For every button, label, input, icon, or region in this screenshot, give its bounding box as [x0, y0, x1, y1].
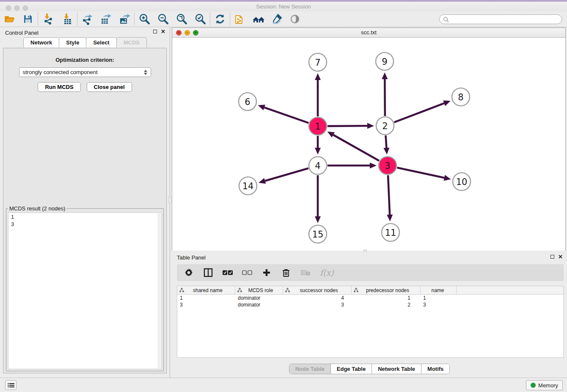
tab-motifs[interactable]: Motifs: [421, 364, 449, 374]
graph-edge-1-2[interactable]: [328, 126, 367, 126]
toolbar-separator: [210, 13, 210, 25]
memory-button[interactable]: Memory: [526, 380, 563, 390]
panel-splitter-grip[interactable]: [168, 196, 171, 203]
tab-network-table[interactable]: Network Table: [372, 364, 421, 374]
network-minimize-button[interactable]: −: [184, 30, 190, 36]
refresh-button[interactable]: [212, 12, 228, 26]
column-header-shared-name[interactable]: shared name: [177, 286, 235, 294]
graph-edge-4-14[interactable]: [265, 168, 308, 181]
minimize-window-button[interactable]: [14, 6, 19, 11]
export-network-icon: [81, 13, 93, 25]
zoom-selected-icon: [194, 13, 206, 25]
network-graph: 7968124314101511: [172, 38, 565, 251]
column-header-name[interactable]: name: [421, 286, 457, 294]
export-image-button[interactable]: [117, 12, 132, 26]
tab-edge-table[interactable]: Edge Table: [331, 364, 372, 374]
tab-mcds[interactable]: MCDS: [116, 37, 147, 47]
cell-name: 1: [421, 295, 457, 301]
column-header-successor-nodes[interactable]: successor nodes: [283, 286, 352, 294]
criterion-select[interactable]: strongly connected component: [19, 67, 151, 77]
table-panel: Table Panel ✕: [172, 252, 567, 378]
import-table-button[interactable]: [60, 12, 75, 26]
columns-icon: [204, 268, 213, 277]
table-row[interactable]: 3 dominator 3 2 3: [177, 301, 563, 308]
paint-brush-icon: [271, 13, 283, 25]
column-header-mcds-role[interactable]: MCDS role: [235, 286, 283, 294]
delete-column-button[interactable]: [281, 268, 291, 278]
memory-status-icon: [531, 383, 536, 388]
tab-style[interactable]: Style: [59, 37, 86, 47]
zoom-fit-button[interactable]: [174, 12, 189, 26]
graph-edge-3-11[interactable]: [388, 175, 390, 215]
delete-table-button[interactable]: [300, 268, 311, 278]
task-history-button[interactable]: [5, 380, 17, 390]
run-mcds-button[interactable]: Run MCDS: [38, 82, 80, 92]
column-layout-button[interactable]: [203, 268, 213, 278]
float-panel-icon[interactable]: [153, 30, 157, 33]
network-close-button[interactable]: ×: [176, 30, 182, 36]
graph-node-label: 15: [312, 229, 324, 240]
close-panel-button[interactable]: Close panel: [87, 82, 132, 92]
cell-shared-name: 3: [177, 302, 235, 308]
new-network-button[interactable]: [232, 12, 248, 26]
mcds-result-title: MCDS result (2 nodes): [8, 205, 66, 212]
canvas-splitter-grip[interactable]: [363, 249, 367, 252]
graph-node-label: 11: [385, 228, 396, 238]
toolbar-separator: [134, 13, 135, 25]
import-table-icon: [61, 13, 73, 25]
float-table-panel-icon[interactable]: [550, 255, 554, 259]
home-layout-button[interactable]: [251, 12, 266, 26]
save-icon: [23, 14, 33, 24]
refresh-icon: [215, 14, 226, 25]
network-window-titlebar[interactable]: × − + scc.txt: [172, 28, 565, 38]
show-hide-button[interactable]: [287, 12, 303, 26]
tab-node-table[interactable]: Node Table: [289, 364, 331, 374]
graph-edge-3-10[interactable]: [397, 168, 444, 178]
select-all-button[interactable]: [223, 268, 233, 278]
export-network-button[interactable]: [80, 12, 95, 26]
home-icon: [252, 14, 265, 24]
close-window-button[interactable]: [6, 6, 11, 11]
toolbar-separator: [77, 13, 77, 25]
table-settings-button[interactable]: [184, 268, 194, 278]
import-network-icon: [42, 13, 54, 25]
graph-edge-2-8[interactable]: [394, 103, 444, 122]
zoom-selected-button[interactable]: [193, 12, 208, 26]
close-table-panel-icon[interactable]: ✕: [558, 255, 563, 259]
tab-network[interactable]: Network: [23, 37, 59, 47]
graph-node-label: 7: [315, 58, 320, 68]
zoom-in-button[interactable]: [137, 12, 152, 26]
unselect-all-button[interactable]: [242, 268, 252, 278]
tab-select[interactable]: Select: [86, 37, 116, 47]
add-column-button[interactable]: [261, 268, 272, 278]
network-maximize-button[interactable]: +: [193, 30, 198, 36]
close-panel-icon[interactable]: ✕: [161, 30, 165, 33]
graph-edge-1-6[interactable]: [264, 108, 309, 123]
import-network-button[interactable]: [40, 12, 55, 26]
graph-edge-2-3[interactable]: [385, 135, 386, 148]
table-row[interactable]: 1 dominator 4 1 1: [177, 295, 563, 301]
zoom-window-button[interactable]: [23, 6, 28, 11]
search-input[interactable]: [451, 17, 558, 22]
checked-boxes-icon: [223, 270, 233, 276]
open-session-button[interactable]: [3, 12, 18, 26]
column-header-predecessor-nodes[interactable]: predecessor nodes: [352, 286, 421, 294]
function-builder-button[interactable]: f(x): [320, 268, 334, 277]
result-scrollbar[interactable]: [158, 213, 161, 368]
graph-edge-arrow: [387, 215, 393, 221]
network-canvas[interactable]: 7968124314101511: [172, 38, 565, 251]
graph-edge-2-9[interactable]: [385, 79, 385, 116]
mcds-result-text[interactable]: 1 3: [8, 213, 162, 369]
graph-node-label: 6: [245, 97, 250, 107]
graph-edge-3-1[interactable]: [333, 135, 379, 161]
tree-icon: [354, 288, 358, 293]
apply-style-button[interactable]: [270, 12, 285, 26]
graph-edge-arrow: [370, 163, 377, 168]
gear-icon: [184, 268, 193, 277]
export-table-button[interactable]: [98, 12, 113, 26]
zoom-out-button[interactable]: [155, 12, 171, 26]
graph-edge-arrow: [383, 148, 389, 155]
save-session-button[interactable]: [20, 12, 36, 26]
cell-successor-nodes: 3: [283, 302, 352, 308]
graph-node-label: 8: [458, 92, 463, 102]
